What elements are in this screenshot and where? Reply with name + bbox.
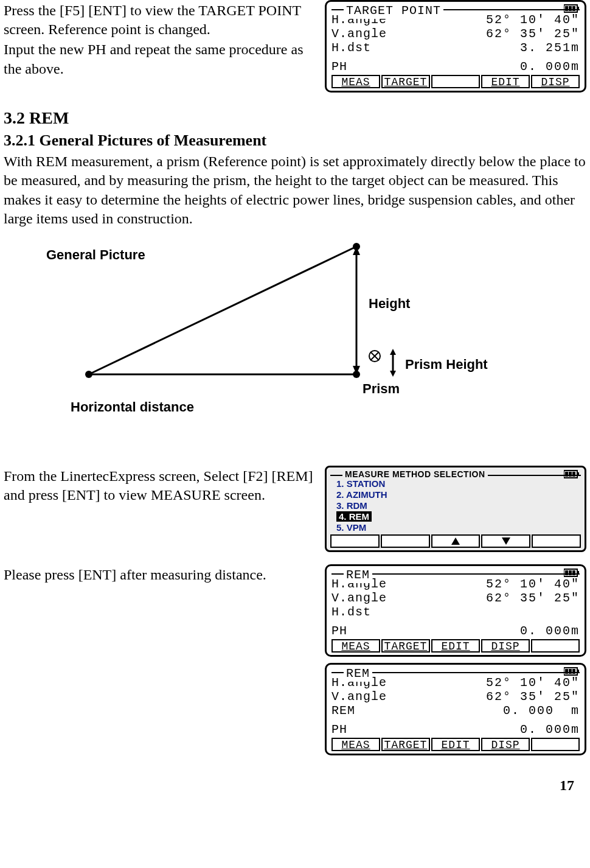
selection-title: MEASURE METHOD SELECTION bbox=[342, 469, 488, 480]
row-label: V.angle bbox=[331, 27, 387, 41]
section-heading-3-2: 3.2 REM bbox=[4, 107, 586, 129]
softkey-target[interactable]: TARGET bbox=[381, 639, 430, 653]
lcd-title: REM bbox=[344, 567, 372, 583]
lcd-title: REM bbox=[344, 666, 372, 682]
svg-marker-24 bbox=[451, 537, 460, 545]
lcd-rem-2: REM H.angle52° 10′ 40″ V.angle62° 35′ 25… bbox=[325, 663, 586, 755]
lcd-target-point: TARGET POINT H.angle52° 10′ 40″ V.angle6… bbox=[325, 0, 586, 93]
intro-para-2: Input the new PH and repeat the same pro… bbox=[4, 40, 319, 78]
svg-marker-18 bbox=[390, 371, 396, 377]
lcd-title: TARGET POINT bbox=[344, 3, 443, 19]
step2-text: Please press [ENT] after measuring dista… bbox=[4, 565, 319, 584]
softkey-blank[interactable] bbox=[431, 75, 480, 88]
row-label: V.angle bbox=[331, 690, 387, 704]
lcd-method-selection: MEASURE METHOD SELECTION 1. STATION 2. A… bbox=[325, 466, 586, 552]
ph-value: 0. 000m bbox=[520, 723, 580, 737]
row-value: 52° 10′ 40″ bbox=[486, 676, 580, 690]
row-label: H.dst bbox=[331, 41, 371, 55]
softkey-blank[interactable] bbox=[381, 534, 430, 548]
diagram-prism-height-label: Prism Height bbox=[405, 356, 488, 374]
softkey-disp[interactable]: DISP bbox=[531, 75, 580, 88]
page-number: 17 bbox=[4, 776, 586, 795]
intro-para-1: Press the [F5] [ENT] to view the TARGET … bbox=[4, 1, 319, 39]
ph-value: 0. 000m bbox=[520, 60, 580, 74]
row-label: H.dst bbox=[331, 605, 371, 619]
softkey-disp[interactable]: DISP bbox=[481, 639, 530, 653]
softkey-blank[interactable] bbox=[330, 534, 380, 548]
diagram-height-label: Height bbox=[369, 295, 410, 313]
step1-text: From the LinertecExpress screen, Select … bbox=[4, 467, 319, 505]
svg-line-9 bbox=[89, 247, 356, 374]
arrow-down-icon bbox=[501, 537, 511, 545]
softkey-up[interactable] bbox=[431, 534, 481, 548]
section-body: With REM measurement, a prism (Reference… bbox=[4, 152, 586, 228]
row-value: 3. 251m bbox=[520, 41, 580, 55]
row-value: 52° 10′ 40″ bbox=[486, 577, 580, 591]
diagram-hdist-label: Horizontal distance bbox=[71, 399, 194, 416]
softkey-target[interactable]: TARGET bbox=[381, 75, 430, 88]
lcd-rem-1: REM H.angle52° 10′ 40″ V.angle62° 35′ 25… bbox=[325, 564, 586, 657]
menu-item-station[interactable]: 1. STATION bbox=[330, 478, 581, 489]
diagram-prism-label: Prism bbox=[363, 380, 400, 398]
ph-label: PH bbox=[331, 624, 347, 638]
softkey-meas[interactable]: MEAS bbox=[331, 639, 380, 653]
softkey-disp[interactable]: DISP bbox=[481, 738, 530, 751]
svg-marker-25 bbox=[502, 537, 510, 545]
softkey-blank[interactable] bbox=[532, 534, 581, 548]
softkey-edit[interactable]: EDIT bbox=[481, 75, 530, 88]
row-value: 0. 000 m bbox=[503, 704, 580, 718]
softkey-meas[interactable]: MEAS bbox=[331, 738, 380, 751]
row-value: 52° 10′ 40″ bbox=[486, 13, 580, 27]
menu-item-rdm[interactable]: 3. RDM bbox=[330, 500, 581, 511]
row-value: 62° 35′ 25″ bbox=[486, 591, 580, 605]
menu-item-rem[interactable]: 4. REM bbox=[330, 511, 581, 522]
softkey-blank[interactable] bbox=[531, 738, 580, 751]
row-label: REM bbox=[331, 704, 355, 718]
section-heading-3-2-1: 3.2.1 General Pictures of Measurement bbox=[4, 130, 586, 151]
row-value: 62° 35′ 25″ bbox=[486, 27, 580, 41]
arrow-up-icon bbox=[451, 537, 460, 545]
row-label: V.angle bbox=[331, 591, 387, 605]
diagram-title-label: General Picture bbox=[46, 247, 145, 264]
general-picture-diagram: General Picture Height Prism Height Pris… bbox=[4, 234, 586, 417]
softkey-edit[interactable]: EDIT bbox=[431, 738, 480, 751]
ph-label: PH bbox=[331, 723, 347, 737]
softkey-target[interactable]: TARGET bbox=[381, 738, 430, 751]
softkey-edit[interactable]: EDIT bbox=[431, 639, 480, 653]
menu-item-azimuth[interactable]: 2. AZIMUTH bbox=[330, 489, 581, 500]
ph-label: PH bbox=[331, 60, 347, 74]
svg-marker-17 bbox=[390, 349, 396, 355]
row-value: 62° 35′ 25″ bbox=[486, 690, 580, 704]
softkey-meas[interactable]: MEAS bbox=[331, 75, 380, 88]
menu-item-vpm[interactable]: 5. VPM bbox=[330, 522, 581, 533]
ph-value: 0. 000m bbox=[520, 624, 580, 638]
softkey-down[interactable] bbox=[481, 534, 530, 548]
softkey-blank[interactable] bbox=[531, 639, 580, 653]
